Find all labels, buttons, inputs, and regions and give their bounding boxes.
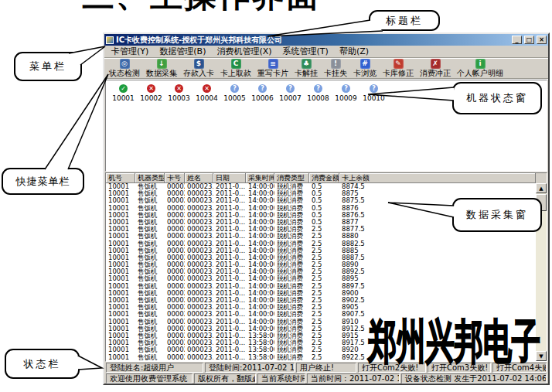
cell: 售饭机 (135, 247, 165, 254)
menu-item[interactable]: 卡管理(Y) (106, 46, 154, 57)
table-row[interactable]: 10001售饭机000023000023...2011-0...14:00:00… (106, 190, 536, 197)
column-header[interactable]: 姓名 (185, 173, 213, 183)
cell: 2011-0... (213, 319, 246, 326)
column-header[interactable]: 机号 (106, 173, 135, 183)
toolbar-button[interactable]: ✎卡库修正 (380, 59, 416, 77)
withdraw-from-card-icon: C (231, 59, 241, 69)
cell: 8895 (339, 275, 536, 282)
cell: 脱机消费 (274, 275, 309, 282)
callout-machine-window: 机器状态窗 (452, 82, 542, 114)
toolbar-button[interactable]: C卡上取款 (218, 59, 254, 77)
toolbar-button[interactable]: ◎状态检测 (107, 59, 142, 77)
scroll-up-icon[interactable]: ▲ (536, 183, 547, 193)
cell: 10001 (106, 219, 135, 226)
cell: 0.5 (309, 219, 339, 226)
cell: 14:00:00 (246, 283, 274, 290)
menu-item[interactable]: 帮助(Z) (334, 46, 374, 57)
machine-10009[interactable]: ?10009 (336, 84, 356, 102)
cell: 000023 (165, 190, 185, 197)
toolbar-button-label: 卡上取款 (220, 69, 251, 77)
cell: 8875 (339, 190, 536, 197)
column-header[interactable]: 日期 (213, 173, 246, 183)
cell: 售饭机 (135, 254, 165, 261)
column-header[interactable]: 机器类型 (135, 173, 165, 183)
cell: 13:58:00 (246, 332, 274, 339)
table-row[interactable]: 10001售饭机000023000023...2011-0...14:00:00… (106, 297, 536, 304)
column-header[interactable]: 卡上余额 (339, 173, 536, 183)
title-bar[interactable]: IC卡收费控制系统-授权于郑州兴邦科技有限公司 _ □ × (104, 34, 548, 46)
cell: 2.5 (309, 339, 339, 346)
callout-shortcut-bar: 快捷菜单栏 (2, 168, 84, 195)
cell: 10001 (106, 268, 135, 275)
cell: 000023 (165, 346, 185, 353)
toolbar-button[interactable]: $存款入卡 (181, 59, 216, 77)
table-row[interactable]: 10001售饭机000023000023...2011-0...14:00:00… (106, 254, 536, 261)
cell: 000023 (165, 233, 185, 240)
menu-item[interactable]: 数据管理(B) (154, 46, 211, 57)
table-row[interactable]: 10001售饭机000023000023...2011-0...14:00:00… (106, 247, 536, 254)
cell: 000023 (165, 205, 185, 212)
toolbar-button[interactable]: ≡重写卡片 (255, 59, 291, 77)
machine-10005[interactable]: ?10005 (224, 84, 245, 102)
cell: 000023... (185, 297, 213, 304)
cell: 脱机消费 (274, 226, 309, 233)
vendor-watermark: 郑州兴邦电子 (368, 311, 540, 373)
toolbar-button[interactable]: #卡浏览 (351, 59, 379, 77)
toolbar-button[interactable]: ♣卡解挂 (292, 59, 320, 77)
cell: 2011-0... (213, 261, 246, 268)
machine-10004[interactable]: ✕10004 (196, 84, 217, 102)
machine-id: 10006 (251, 94, 274, 102)
cell: 000023 (165, 290, 185, 297)
table-row[interactable]: 10001售饭机000023000023...2011-0...14:00:00… (106, 233, 536, 240)
machine-10003[interactable]: ✕10003 (169, 84, 189, 102)
cell: 000023... (185, 290, 213, 297)
cell: 14:00:00 (246, 326, 274, 332)
machine-10010[interactable]: ?10010 (363, 84, 384, 102)
cell: 14:00:00 (246, 304, 274, 311)
table-row[interactable]: 10001售饭机000023000023...2011-0...14:00:00… (106, 240, 536, 247)
toolbar-button[interactable]: ✗消费冲正 (417, 59, 453, 77)
cell: 2011-0... (213, 346, 246, 353)
cell: 000023 (165, 197, 185, 204)
machine-10002[interactable]: ✕10002 (141, 84, 162, 102)
table-row[interactable]: 10001售饭机000023000023...2011-0...14:00:00… (106, 290, 536, 297)
minimize-button[interactable]: _ (512, 36, 522, 44)
close-button[interactable]: × (537, 36, 547, 44)
cell: 10001 (106, 240, 135, 247)
cell: 10001 (106, 190, 135, 197)
machine-10008[interactable]: ?10008 (308, 84, 329, 102)
cell: 10001 (106, 205, 135, 212)
column-header[interactable]: 消费类型 (274, 173, 309, 183)
toolbar-button[interactable]: !卡挂失 (322, 59, 349, 77)
cell: 10001 (106, 304, 135, 311)
table-row[interactable]: 10001售饭机000023000023...2011-0...14:00:00… (106, 183, 536, 190)
table-row[interactable]: 10001售饭机000023000023...2011-0...14:00:00… (106, 304, 536, 311)
machine-id: 10007 (279, 94, 302, 102)
status-segment: 当前时间：2011-07-02 14:07:22 (307, 373, 400, 383)
cell: 脱机消费 (274, 190, 309, 197)
cell: 售饭机 (135, 290, 165, 297)
restore-button[interactable]: □ (524, 36, 534, 44)
table-row[interactable]: 10001售饭机000023000023...2011-0...14:00:00… (106, 283, 536, 290)
menu-item[interactable]: 消费机管理(X) (211, 46, 277, 57)
machine-10006[interactable]: ?10006 (252, 84, 273, 102)
machine-id: 10001 (112, 94, 135, 102)
table-row[interactable]: 10001售饭机000023000023...2011-0...14:00:00… (106, 275, 536, 282)
machine-10001[interactable]: ✓10001 (113, 84, 134, 102)
cell: 000023... (185, 219, 213, 226)
table-row[interactable]: 10001售饭机000023000023...2011-0...14:00:00… (106, 261, 536, 268)
toolbar-button[interactable]: ↓数据采集 (144, 59, 179, 77)
column-header[interactable]: 采集时间 (246, 173, 274, 183)
menu-item[interactable]: 系统管理(T) (278, 46, 334, 57)
cell: 8882.5 (339, 240, 536, 247)
cell: 14:00:00 (246, 183, 274, 190)
column-header[interactable]: 卡号 (165, 173, 185, 183)
toolbar-button[interactable]: i个人帐户明细 (455, 59, 506, 77)
cell: 2011-0... (213, 354, 246, 361)
machine-10007[interactable]: ?10007 (280, 84, 301, 102)
status-segment: 登陆时间:2011-07-02 13:56:59 (205, 363, 295, 373)
column-header[interactable]: 消费金额 (309, 173, 339, 183)
cell: 售饭机 (135, 261, 165, 268)
cell: 14:00:00 (246, 197, 274, 204)
table-row[interactable]: 10001售饭机000023000023...2011-0...14:00:00… (106, 268, 536, 275)
